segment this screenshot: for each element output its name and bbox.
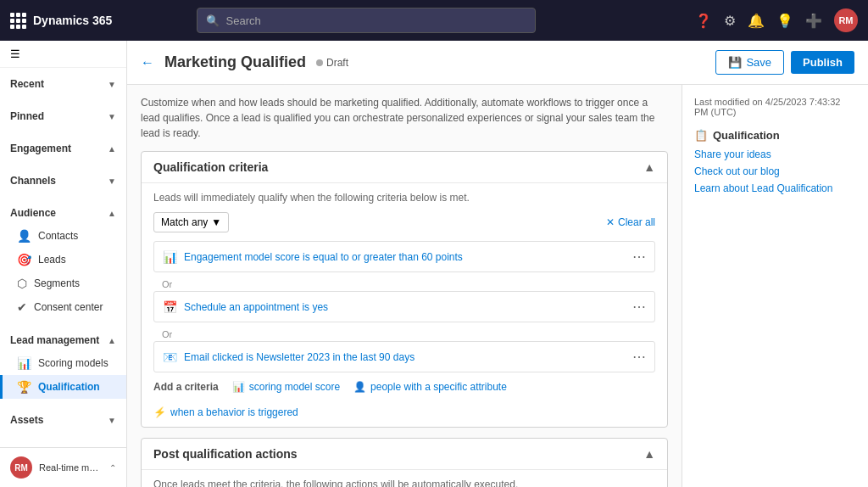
top-nav-icons: ❓ ⚙ 🔔 💡 ➕ RM bbox=[695, 8, 858, 32]
criteria-1-text[interactable]: Engagement model score is equal to or gr… bbox=[184, 251, 626, 263]
sidebar-assets-header[interactable]: Assets ▼ bbox=[0, 409, 126, 431]
add-attribute-btn[interactable]: 👤 people with a specific attribute bbox=[353, 381, 507, 393]
content-area: ← Marketing Qualified Draft 💾 Save Publi… bbox=[127, 41, 868, 487]
settings-icon[interactable]: ⚙ bbox=[724, 13, 736, 29]
content-header: ← Marketing Qualified Draft 💾 Save Publi… bbox=[127, 41, 868, 85]
learn-qualification-link[interactable]: Learn about Lead Qualification bbox=[694, 182, 856, 194]
search-input[interactable] bbox=[226, 14, 526, 27]
qualification-icon: 🏆 bbox=[17, 380, 31, 394]
recent-chevron: ▼ bbox=[108, 80, 116, 89]
sidebar: ☰ Recent ▼ Pinned ▼ Engagement ▲ bbox=[0, 41, 127, 487]
share-ideas-link[interactable]: Share your ideas bbox=[694, 148, 856, 160]
save-button[interactable]: 💾 Save bbox=[715, 50, 784, 75]
sidebar-item-consent[interactable]: ✔ Consent center bbox=[0, 295, 126, 319]
add-scoring-btn[interactable]: 📊 scoring model score bbox=[232, 381, 340, 393]
clear-icon: ✕ bbox=[606, 216, 615, 228]
leads-label: Leads bbox=[38, 254, 66, 266]
bell-icon[interactable]: 🔔 bbox=[748, 13, 765, 29]
audience-label: Audience bbox=[10, 207, 56, 219]
search-icon: 🔍 bbox=[206, 14, 220, 27]
criteria-panel-toggle[interactable]: ▲ bbox=[643, 160, 655, 174]
scoring-models-icon: 📊 bbox=[17, 356, 31, 370]
add-icon[interactable]: ➕ bbox=[805, 13, 822, 29]
sidebar-pinned-header[interactable]: Pinned ▼ bbox=[0, 105, 126, 127]
criteria-2-icon: 📅 bbox=[163, 300, 177, 314]
qualification-label: Qualification bbox=[38, 381, 100, 393]
status-dot bbox=[316, 59, 323, 66]
sidebar-section-assets: Assets ▼ bbox=[0, 404, 126, 436]
consent-label: Consent center bbox=[34, 301, 103, 313]
post-qual-panel-body: Once leads meet the criteria, the follow… bbox=[142, 470, 667, 487]
sidebar-lead-management-header[interactable]: Lead management ▲ bbox=[0, 329, 126, 351]
sidebar-item-segments[interactable]: ⬡ Segments bbox=[0, 271, 126, 295]
rm-chevron: ⌃ bbox=[109, 463, 116, 473]
add-criteria-label: Add a criteria bbox=[153, 381, 219, 393]
right-panel: Last modified on 4/25/2023 7:43:32 PM (U… bbox=[682, 85, 868, 487]
right-panel-section-header: 📋 Qualification bbox=[694, 129, 856, 142]
criteria-panel-header: Qualification criteria ▲ bbox=[142, 152, 667, 183]
back-button[interactable]: ← bbox=[141, 55, 154, 70]
audience-chevron: ▲ bbox=[108, 209, 116, 218]
help-icon[interactable]: ❓ bbox=[695, 13, 712, 29]
segments-label: Segments bbox=[34, 277, 80, 289]
lightbulb-icon[interactable]: 💡 bbox=[776, 13, 793, 29]
main-content: Customize when and how leads should be m… bbox=[127, 85, 682, 487]
criteria-row-3: 📧 Email clicked is Newsletter 2023 in th… bbox=[153, 341, 655, 372]
sidebar-engagement-header[interactable]: Engagement ▲ bbox=[0, 137, 126, 160]
attribute-add-icon: 👤 bbox=[353, 381, 366, 393]
recent-label: Recent bbox=[10, 78, 44, 90]
search-bar[interactable]: 🔍 bbox=[197, 8, 536, 33]
post-qualification-panel: Post qualification actions ▲ Once leads … bbox=[141, 438, 668, 487]
or-separator-1: Or bbox=[153, 277, 655, 291]
add-behavior-btn[interactable]: ⚡ when a behavior is triggered bbox=[153, 406, 298, 418]
engagement-chevron: ▲ bbox=[108, 144, 116, 154]
sidebar-audience-header[interactable]: Audience ▲ bbox=[0, 202, 126, 224]
criteria-1-more[interactable]: ⋯ bbox=[632, 249, 646, 265]
criteria-3-icon: 📧 bbox=[163, 350, 177, 364]
match-label: Match any bbox=[161, 216, 208, 228]
sidebar-recent-header[interactable]: Recent ▼ bbox=[0, 73, 126, 95]
criteria-item-2: 📅 Schedule an appointment is yes ⋯ bbox=[154, 292, 654, 322]
or-separator-2: Or bbox=[153, 327, 655, 341]
scoring-add-icon: 📊 bbox=[232, 381, 245, 393]
criteria-2-more[interactable]: ⋯ bbox=[632, 299, 646, 315]
sidebar-section-audience: Audience ▲ 👤 Contacts 🎯 Leads ⬡ Segments… bbox=[0, 197, 126, 324]
engagement-label: Engagement bbox=[10, 143, 71, 154]
avatar[interactable]: RM bbox=[834, 8, 858, 32]
status-label: Draft bbox=[326, 57, 348, 69]
save-icon: 💾 bbox=[728, 56, 742, 69]
criteria-2-text[interactable]: Schedule an appointment is yes bbox=[184, 301, 626, 313]
scoring-models-label: Scoring models bbox=[38, 357, 108, 369]
sidebar-section-lead-management: Lead management ▲ 📊 Scoring models 🏆 Qua… bbox=[0, 324, 126, 404]
criteria-panel-body: Leads will immediately qualify when the … bbox=[142, 183, 667, 427]
sidebar-item-leads[interactable]: 🎯 Leads bbox=[0, 248, 126, 271]
sidebar-footer[interactable]: RM Real-time marketi... ⌃ bbox=[0, 447, 126, 487]
top-nav: Dynamics 365 🔍 ❓ ⚙ 🔔 💡 ➕ RM bbox=[0, 0, 868, 41]
post-qual-panel-header: Post qualification actions ▲ bbox=[142, 439, 667, 470]
sidebar-channels-header[interactable]: Channels ▼ bbox=[0, 170, 126, 192]
qualification-section-title: Qualification bbox=[713, 129, 780, 142]
main-layout: ☰ Recent ▼ Pinned ▼ Engagement ▲ bbox=[0, 41, 868, 487]
post-qual-panel-subtitle: Once leads meet the criteria, the follow… bbox=[153, 479, 655, 487]
criteria-3-more[interactable]: ⋯ bbox=[632, 349, 646, 365]
brand: Dynamics 365 bbox=[10, 13, 112, 29]
clear-all-button[interactable]: ✕ Clear all bbox=[606, 216, 655, 228]
sidebar-item-qualification[interactable]: 🏆 Qualification bbox=[0, 375, 126, 399]
main-content-row: Customize when and how leads should be m… bbox=[127, 85, 868, 487]
criteria-item-3: 📧 Email clicked is Newsletter 2023 in th… bbox=[154, 342, 654, 372]
criteria-panel-subtitle: Leads will immediately qualify when the … bbox=[153, 192, 655, 204]
waffle-icon[interactable] bbox=[10, 13, 26, 29]
qualification-criteria-panel: Qualification criteria ▲ Leads will imme… bbox=[141, 151, 668, 428]
match-select[interactable]: Match any ▼ bbox=[153, 212, 229, 232]
check-blog-link[interactable]: Check out our blog bbox=[694, 165, 856, 177]
leads-icon: 🎯 bbox=[17, 253, 31, 266]
behavior-add-icon: ⚡ bbox=[153, 406, 166, 418]
consent-icon: ✔ bbox=[17, 300, 27, 314]
publish-button[interactable]: Publish bbox=[791, 51, 854, 74]
sidebar-hamburger[interactable]: ☰ bbox=[0, 41, 126, 68]
sidebar-item-contacts[interactable]: 👤 Contacts bbox=[0, 224, 126, 248]
criteria-3-text[interactable]: Email clicked is Newsletter 2023 in the … bbox=[184, 351, 626, 363]
sidebar-item-scoring-models[interactable]: 📊 Scoring models bbox=[0, 351, 126, 375]
page-description: Customize when and how leads should be m… bbox=[141, 95, 668, 141]
post-qual-panel-toggle[interactable]: ▲ bbox=[643, 447, 655, 461]
